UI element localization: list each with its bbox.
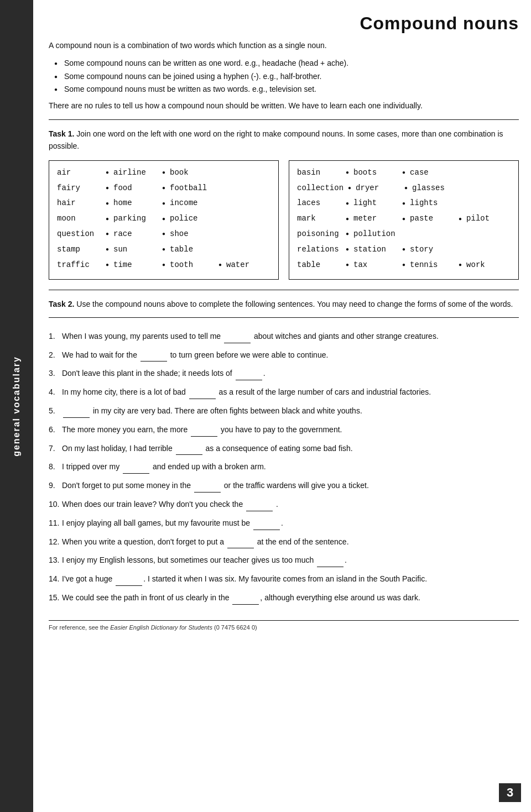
sentence-7: 7. On my last holiday, I had terrible as… xyxy=(49,442,519,455)
word: light xyxy=(353,197,398,210)
word: police xyxy=(170,212,214,226)
word: air xyxy=(57,166,101,180)
word: table xyxy=(170,243,214,256)
sentence-13: 13. I enjoy my English lessons, but some… xyxy=(49,554,519,567)
bullet-item-2: Some compound nouns can be joined using … xyxy=(54,70,519,83)
task2-label: Task 2. xyxy=(49,300,74,308)
sentence-15: 15. We could see the path in front of us… xyxy=(49,591,519,605)
word: book xyxy=(170,166,214,180)
word: home xyxy=(113,197,158,210)
sentence-num-8: 8. xyxy=(49,460,62,474)
word: station xyxy=(353,243,398,256)
word: moon xyxy=(57,212,101,226)
page-title: Compound nouns xyxy=(49,13,519,34)
blank xyxy=(140,361,167,362)
sentence-text-1: When I was young, my parents used to tel… xyxy=(62,330,519,343)
blank xyxy=(189,399,216,399)
word: airline xyxy=(113,166,158,180)
word: laces xyxy=(297,197,341,210)
word: tax xyxy=(353,259,398,272)
word-row-right-2: collection ● dryer ● glasses xyxy=(297,182,511,195)
blank xyxy=(176,454,202,455)
blank xyxy=(317,567,343,567)
word: dryer xyxy=(356,182,400,195)
word: football xyxy=(170,182,214,195)
sentence-3: 3. Don't leave this plant in the shade; … xyxy=(49,367,519,380)
sentence-num-12: 12. xyxy=(49,536,62,549)
word-row-left-2: fairy ● food ● football xyxy=(57,182,270,195)
divider-3 xyxy=(49,317,519,318)
main-content: Compound nouns A compound noun is a comb… xyxy=(33,0,531,812)
sentence-text-10: When does our train leave? Why don't you… xyxy=(62,498,519,511)
page-number: 3 xyxy=(499,783,521,802)
word-row-right-3: laces ● light ● lights xyxy=(297,197,511,210)
word: income xyxy=(170,197,214,210)
word: pilot xyxy=(466,212,511,226)
word-row-left-7: traffic ● time ● tooth ● water xyxy=(57,259,270,272)
word: boots xyxy=(353,166,398,180)
word: glasses xyxy=(412,182,456,195)
word: fairy xyxy=(57,182,101,195)
intro-note: There are no rules to tell us how a comp… xyxy=(49,99,519,113)
sentence-text-15: We could see the path in front of us cle… xyxy=(62,591,519,605)
word: collection xyxy=(297,182,343,195)
word: mark xyxy=(297,212,341,226)
word-row-right-5: poisoning ● pollution xyxy=(297,228,511,241)
word: table xyxy=(297,259,341,272)
blank xyxy=(246,511,273,511)
word: tennis xyxy=(410,259,454,272)
word-row-left-5: question ● race ● shoe xyxy=(57,228,270,241)
word: basin xyxy=(297,166,341,180)
word-row-left-6: stamp ● sun ● table xyxy=(57,243,270,256)
word-row-left-4: moon ● parking ● police xyxy=(57,212,270,226)
blank xyxy=(191,436,217,437)
word: work xyxy=(466,259,511,272)
sentence-num-2: 2. xyxy=(49,349,62,362)
word: paste xyxy=(410,212,454,226)
word: lights xyxy=(410,197,454,210)
sentence-num-9: 9. xyxy=(49,479,62,493)
intro-definition: A compound noun is a combination of two … xyxy=(49,39,519,53)
sentence-14: 14. I've got a huge . I started it when … xyxy=(49,573,519,586)
sentence-text-12: When you write a question, don't forget … xyxy=(62,536,519,549)
bullet-item-1: Some compound nouns can be written as on… xyxy=(54,57,519,70)
blank xyxy=(232,604,259,605)
word-columns: air ● airline ● book fairy ● food ● foot… xyxy=(49,160,519,280)
sentence-5: 5. in my city are very bad. There are of… xyxy=(49,405,519,418)
sentence-11: 11. I enjoy playing all ball games, but … xyxy=(49,517,519,530)
blank xyxy=(116,585,142,586)
sidebar: general vocabulary xyxy=(0,0,33,812)
sentence-text-4: In my home city, there is a lot of bad a… xyxy=(62,386,519,399)
word: shoe xyxy=(170,228,214,241)
sentence-text-9: Don't forget to put some money in the or… xyxy=(62,479,519,493)
word-row-left-3: hair ● home ● income xyxy=(57,197,270,210)
sentence-2: 2. We had to wait for the to turn green … xyxy=(49,349,519,362)
sentence-4: 4. In my home city, there is a lot of ba… xyxy=(49,386,519,399)
word: food xyxy=(113,182,158,195)
sentence-num-13: 13. xyxy=(49,554,62,567)
sentence-num-3: 3. xyxy=(49,367,62,380)
sentence-text-13: I enjoy my English lessons, but sometime… xyxy=(62,554,519,567)
sentence-text-11: I enjoy playing all ball games, but my f… xyxy=(62,517,519,530)
word: story xyxy=(410,243,454,256)
bullet-item-3: Some compound nouns must be written as t… xyxy=(54,83,519,96)
word-row-right-7: table ● tax ● tennis ● work xyxy=(297,259,511,272)
sentence-8: 8. I tripped over my and ended up with a… xyxy=(49,460,519,474)
word: poisoning xyxy=(297,228,341,241)
sentence-text-8: I tripped over my and ended up with a br… xyxy=(62,460,519,474)
blank xyxy=(236,380,262,380)
word: question xyxy=(57,228,101,241)
sentence-num-14: 14. xyxy=(49,573,62,586)
blank xyxy=(123,473,149,474)
sentence-text-3: Don't leave this plant in the shade; it … xyxy=(62,367,519,380)
word-row-left-1: air ● airline ● book xyxy=(57,166,270,180)
word-row-right-6: relations ● station ● story xyxy=(297,243,511,256)
blank xyxy=(63,417,90,418)
sentence-text-14: I've got a huge . I started it when I wa… xyxy=(62,573,519,586)
sentences-section: 1. When I was young, my parents used to … xyxy=(49,330,519,610)
blank xyxy=(253,530,280,530)
sentence-num-10: 10. xyxy=(49,498,62,511)
word: race xyxy=(113,228,158,241)
word: relations xyxy=(297,243,341,256)
divider-1 xyxy=(49,119,519,120)
